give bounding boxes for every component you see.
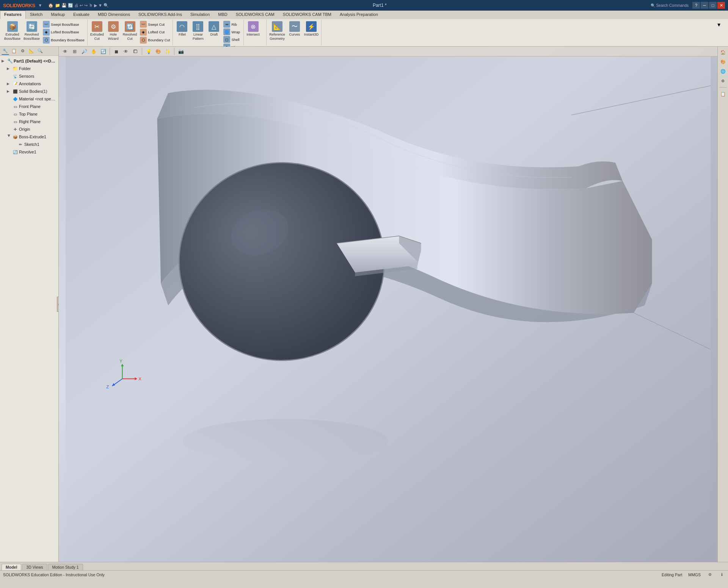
help-button[interactable]: ? [692,2,700,9]
tree-item-sketch1[interactable]: ▶ ✏ Sketch1 [11,141,58,148]
hide-show-button[interactable]: 👁 [122,47,130,56]
status-info-button[interactable]: ℹ [719,572,725,578]
tab-model[interactable]: Model [2,564,21,570]
view-rotate-button[interactable]: 🔃 [99,47,107,56]
status-settings-button[interactable]: ⚙ [707,572,713,578]
shell-button[interactable]: ◻ Shell [222,36,242,43]
scene-button[interactable]: 🌐 [719,67,727,75]
view-orient-button[interactable]: 👁 [61,47,69,56]
model-svg: X Y Z [59,56,717,562]
lights-button[interactable]: 💡 [144,47,153,56]
tree-item-annotations[interactable]: ▶ 📝 Annotations [5,80,58,88]
view-pan-button[interactable]: ✋ [89,47,98,56]
tab-motion-study-1[interactable]: Motion Study 1 [48,564,83,570]
view-3d-button[interactable]: ⊞ [71,47,79,56]
instant3d-button[interactable]: ⚡ Instant3D [303,20,320,45]
camera-button[interactable]: 📷 [177,47,185,56]
annotations-label: Annotations [19,81,41,86]
reference-geometry-button[interactable]: 📐 ReferenceGeometry [268,20,286,45]
tab-mbd[interactable]: MBD [214,11,231,19]
reference-geometry-label: ReferenceGeometry [269,33,285,41]
close-button[interactable]: ✕ [717,2,725,9]
decals-button[interactable]: ⊕ [719,77,727,85]
tree-item-top-plane[interactable]: ▶ ▭ Top Plane [5,110,58,118]
tab-evaluate[interactable]: Evaluate [69,11,94,19]
view-zoom-button[interactable]: 🔎 [80,47,88,56]
tree-root[interactable]: ▶ 🔧 Part1 (Default) <<Default>_Displ... [0,57,58,65]
ribbon-expand-button[interactable]: ▼ [711,21,726,28]
boundary-cut-button[interactable]: ⬡ Boundary Cut [139,36,171,44]
draft-label: Draft [210,33,218,37]
tab-3d-views[interactable]: 3D Views [22,564,47,570]
intersect-button[interactable]: ⊗ Intersect [245,20,261,38]
intersect-label: Intersect [246,33,260,37]
window-controls[interactable]: 🔍 Search Commands ? ─ □ ✕ [651,2,725,9]
bottom-tab-bar: Model 3D Views Motion Study 1 [0,562,728,570]
tab-features[interactable]: Features [0,11,26,19]
property-manager-tab[interactable]: 📋 [10,47,18,55]
extruded-boss-base-label: ExtrudedBoss/Base [4,33,20,41]
display-style-button[interactable]: ◼ [112,47,121,56]
tab-analysis-prep[interactable]: Analysis Preparation [336,11,382,19]
boundary-boss-base-label: Boundary Boss/Base [51,38,85,42]
tree-item-boss-extrude1[interactable]: ▶ 📦 Boss-Extrude1 [5,133,58,141]
tree-item-material[interactable]: ▶ 🔷 Material <not specified> [5,95,58,103]
draft-button[interactable]: △ Draft [206,20,221,45]
curves-button[interactable]: 〜 Curves [287,20,302,45]
boss-items: 📦 ExtrudedBoss/Base 🔄 RevolvedBoss/Base … [3,20,86,45]
tree-item-sensors[interactable]: ▶ 📡 Sensors [5,72,58,80]
section-view-button[interactable]: ⧠ [131,47,140,56]
top-plane-label: Top Plane [19,112,38,116]
tree-item-solid-bodies[interactable]: ▶ ⬛ Solid Bodies(1) [5,88,58,95]
tree-item-right-plane[interactable]: ▶ ▭ Right Plane [5,118,58,125]
extruded-cut-button[interactable]: ✂ ExtrudedCut [89,20,105,45]
solid-bodies-arrow: ▶ [7,89,11,93]
lofted-boss-base-label: Lofted Boss/Base [51,30,79,34]
tab-solidworks-cam[interactable]: SOLIDWORKS CAM [232,11,279,19]
extruded-boss-base-button[interactable]: 📦 ExtrudedBoss/Base [3,20,22,45]
search-tab[interactable]: 🔍 [36,47,44,55]
tab-simulation[interactable]: Simulation [186,11,214,19]
linear-pattern-button[interactable]: ⣿ LinearPattern [190,20,206,45]
lofted-boss-base-button[interactable]: ◈ Lofted Boss/Base [42,28,86,36]
revolved-boss-base-button[interactable]: 🔄 RevolvedBoss/Base [22,20,41,45]
tab-solidworks-cam-tbm[interactable]: SOLIDWORKS CAM TBM [279,11,336,19]
tab-mbd-dimensions[interactable]: MBD Dimensions [94,11,134,19]
feature-manager-tab[interactable]: 🔧 [2,47,9,55]
boundary-boss-base-button[interactable]: ⬡ Boundary Boss/Base [42,36,86,44]
dim-expert-tab[interactable]: 📐 [28,47,35,55]
rib-button[interactable]: ═ Rib [222,20,242,28]
tab-solidworks-addins[interactable]: SOLIDWORKS Add-Ins [134,11,186,19]
revolved-boss-base-icon: 🔄 [27,21,37,32]
minimize-button[interactable]: ─ [701,2,708,9]
swept-cut-label: Swept Cut [148,22,165,27]
tree-item-revolve1[interactable]: ▶ 🔄 Revolve1 [5,148,58,156]
hole-wizard-button[interactable]: ⚙ HoleWizard [106,20,121,45]
lofted-cut-button[interactable]: ◈ Lofted Cut [139,28,171,36]
top-plane-icon: ▭ [12,111,18,117]
rib-label: Rib [231,22,237,27]
swept-boss-base-button[interactable]: 〰 Swept Boss/Base [42,20,86,28]
swept-cut-button[interactable]: 〰 Swept Cut [139,20,171,28]
revolved-cut-label: RevolvedCut [123,33,137,41]
appearance-button[interactable]: 🎨 [154,47,162,56]
lofted-cut-icon: ◈ [140,29,147,36]
right-plane-label: Right Plane [19,119,41,124]
restore-button[interactable]: □ [709,2,717,9]
fillet-label: Fillet [179,33,186,37]
custom-properties-button[interactable]: 📋 [719,90,727,98]
revolved-cut-button[interactable]: 🔃 RevolvedCut [122,20,138,45]
tree-item-folder[interactable]: ▶ 📁 Folder [5,65,58,72]
appearances-button[interactable]: 🎨 [719,58,727,66]
viewport[interactable]: 👁 ⊞ 🔎 ✋ 🔃 ◼ 👁 ⧠ 💡 🎨 ✨ 📷 [59,47,717,562]
wrap-button[interactable]: 🌀 Wrap [222,28,242,36]
realview-button[interactable]: ✨ [163,47,172,56]
lofted-cut-label: Lofted Cut [148,30,165,34]
tab-sketch[interactable]: Sketch [26,11,47,19]
fillet-button[interactable]: ◠ Fillet [174,20,190,45]
view-palette-button[interactable]: 🏠 [719,48,727,56]
tree-item-front-plane[interactable]: ▶ ▭ Front Plane [5,103,58,110]
config-manager-tab[interactable]: ⚙ [19,47,27,55]
tab-markup[interactable]: Markup [47,11,69,19]
tree-item-origin[interactable]: ▶ ✛ Origin [5,125,58,133]
